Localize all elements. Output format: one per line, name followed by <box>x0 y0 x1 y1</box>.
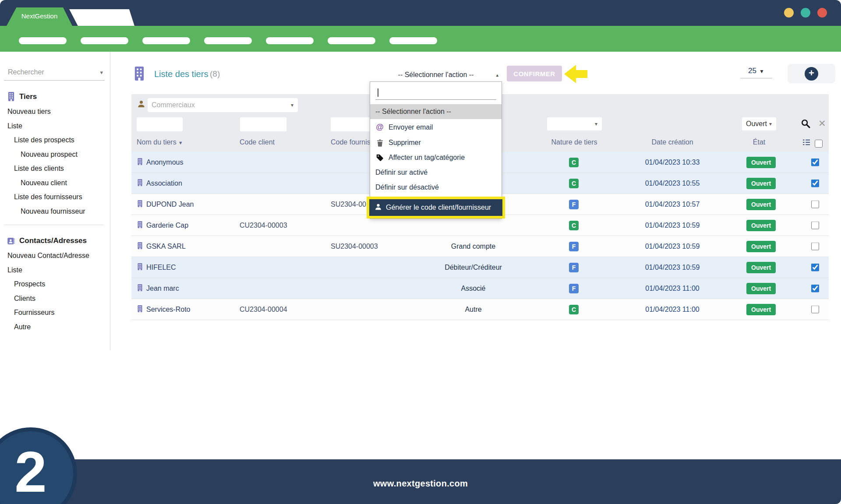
table-row[interactable]: HIFELECDébiteur/CréditeurF01/04/2023 10:… <box>131 257 829 278</box>
tiers-name[interactable]: Garderie Cap <box>146 222 188 229</box>
sidebar-search-input[interactable]: Rechercher ▾ <box>4 68 105 81</box>
dropdown-item[interactable]: Définir sur désactivé <box>370 180 502 195</box>
window-dot-close[interactable] <box>817 8 827 18</box>
tiers-name[interactable]: Jean marc <box>146 285 179 293</box>
column-header-name[interactable]: Nom du tiers▼ <box>137 138 183 146</box>
dropdown-item[interactable]: -- Sélectionner l'action -- <box>370 104 502 119</box>
sidebar-item[interactable]: Nouveau fournisseur <box>7 204 110 219</box>
row-checkbox[interactable] <box>811 284 819 292</box>
step-number-badge: 2 <box>0 427 77 504</box>
sidebar-search-placeholder: Rechercher <box>8 68 44 76</box>
filter-input-code-client[interactable] <box>240 117 286 131</box>
window-dot-maximize[interactable] <box>801 8 810 18</box>
select-all-checkbox[interactable] <box>815 140 823 148</box>
sidebar-sections: TiersNouveau tiersListeListe des prospec… <box>7 92 110 334</box>
row-checkbox[interactable] <box>811 200 819 208</box>
dropdown-items: -- Sélectionner l'action --@Envoyer emai… <box>370 104 502 219</box>
row-checkbox[interactable] <box>811 158 819 166</box>
sidebar-item[interactable]: Nouveau client <box>7 176 110 190</box>
sidebar-item[interactable]: Liste des fournisseurs <box>7 190 110 204</box>
footer-url: www.nextgestion.com <box>0 479 841 489</box>
search-icon[interactable] <box>801 119 810 130</box>
status-badge: Ouvert <box>746 241 776 252</box>
sidebar-item[interactable]: Prospects <box>7 277 110 292</box>
filter-input-name[interactable] <box>137 117 183 131</box>
creation-date: 01/04/2023 10:57 <box>637 201 707 208</box>
table-row[interactable]: Services-RotoCU2304-00004AutreC01/04/202… <box>131 299 829 320</box>
nav-pill[interactable] <box>142 37 190 44</box>
row-checkbox[interactable] <box>811 179 819 187</box>
column-header-code-client[interactable]: Code client <box>240 138 275 146</box>
window-dot-minimize[interactable] <box>784 8 794 18</box>
sidebar-item[interactable]: Nouveau Contact/Adresse <box>7 249 110 263</box>
tiers-name[interactable]: DUPOND Jean <box>146 201 194 208</box>
dropdown-item[interactable]: Affecter un tag/catégorie <box>370 150 502 165</box>
footer-bar: www.nextgestion.com <box>0 459 841 504</box>
commercials-filter-select[interactable]: Commerciaux ▾ <box>148 98 298 112</box>
browser-tab-secondary[interactable] <box>68 9 134 26</box>
sidebar-item[interactable]: Liste <box>7 263 110 278</box>
dropdown-item[interactable]: Définir sur activé <box>370 165 502 180</box>
dropdown-search-input[interactable] <box>375 86 496 100</box>
tiers-name[interactable]: Anonymous <box>146 159 184 166</box>
nav-pill[interactable] <box>204 37 252 44</box>
chevron-down-icon: ▾ <box>595 117 597 130</box>
dropdown-item-label: Définir sur désactivé <box>375 183 439 191</box>
close-icon[interactable]: ✕ <box>818 118 826 129</box>
sidebar-item[interactable]: Autre <box>7 320 110 335</box>
sidebar-section-title[interactable]: Contacts/Adresses <box>7 236 110 245</box>
sidebar-item[interactable]: Nouveau prospect <box>7 148 110 162</box>
category: Débiteur/Créditeur <box>437 264 509 271</box>
column-header-nature[interactable]: Nature de tiers <box>548 138 601 146</box>
status-badge: Ouvert <box>746 199 776 210</box>
code-fournisseur: SU2304-00003 <box>331 243 378 250</box>
nav-pill[interactable] <box>266 37 314 44</box>
page-size-select[interactable]: 25▼ <box>740 67 772 78</box>
browser-tab-active[interactable]: NextGestion <box>7 7 72 26</box>
nav-pill[interactable] <box>389 37 437 44</box>
tiers-name[interactable]: Association <box>146 180 182 187</box>
code-client: CU2304-00003 <box>240 222 287 229</box>
sidebar-item[interactable]: Liste <box>7 119 110 134</box>
sidebar-item[interactable]: Liste des clients <box>7 162 110 176</box>
tiers-name[interactable]: GSKA SARL <box>146 243 186 250</box>
building-icon <box>137 263 143 272</box>
nav-pill[interactable] <box>328 37 375 44</box>
tiers-name[interactable]: HIFELEC <box>146 264 176 271</box>
nav-pill[interactable] <box>19 37 67 44</box>
dropdown-item[interactable]: @Envoyer email <box>370 119 502 135</box>
nav-pill[interactable] <box>81 37 128 44</box>
sidebar-item[interactable]: Clients <box>7 292 110 306</box>
sidebar-item[interactable]: Nouveau tiers <box>7 105 110 119</box>
nav-menu-placeholders <box>19 37 437 44</box>
sidebar-item[interactable]: Liste des prospects <box>7 133 110 148</box>
row-checkbox[interactable] <box>811 221 819 229</box>
sidebar-section-title[interactable]: Tiers <box>7 92 110 101</box>
tiers-name[interactable]: Services-Roto <box>146 306 190 314</box>
confirm-button[interactable]: CONFIRMER <box>507 66 562 81</box>
add-record-button[interactable]: + <box>788 64 835 83</box>
table-row[interactable]: Jean marcAssociéF01/04/2023 11:00Ouvert <box>131 278 829 299</box>
dropdown-item[interactable]: Générer le code client/fournisseur <box>367 197 505 219</box>
column-header-date[interactable]: Date création <box>637 138 707 146</box>
nature-badge: F <box>569 284 579 293</box>
filter-select-nature[interactable]: ▾ <box>547 117 602 130</box>
row-checkbox[interactable] <box>811 305 819 313</box>
chevron-down-icon: ▾ <box>291 98 293 112</box>
filter-input-code-fournisseur[interactable] <box>331 117 372 131</box>
row-checkbox[interactable] <box>811 263 819 271</box>
column-header-state[interactable]: État <box>746 138 772 146</box>
table-row[interactable]: GSKA SARLSU2304-00003Grand compteF01/04/… <box>131 236 829 257</box>
filter-select-state[interactable]: Ouvert ▾ <box>742 117 776 130</box>
status-badge: Ouvert <box>746 262 776 273</box>
record-count: (8) <box>210 69 220 79</box>
action-select-trigger[interactable]: -- Sélectionner l'action -- ▴ <box>370 69 502 81</box>
dropdown-item[interactable]: Supprimer <box>370 135 502 150</box>
nature-badge: F <box>569 263 579 272</box>
trash-icon <box>375 139 384 147</box>
sidebar-item[interactable]: Fournisseurs <box>7 306 110 320</box>
category: Grand compte <box>437 243 509 250</box>
row-checkbox[interactable] <box>811 242 819 250</box>
building-icon <box>137 221 143 230</box>
list-check-icon[interactable] <box>802 139 810 148</box>
